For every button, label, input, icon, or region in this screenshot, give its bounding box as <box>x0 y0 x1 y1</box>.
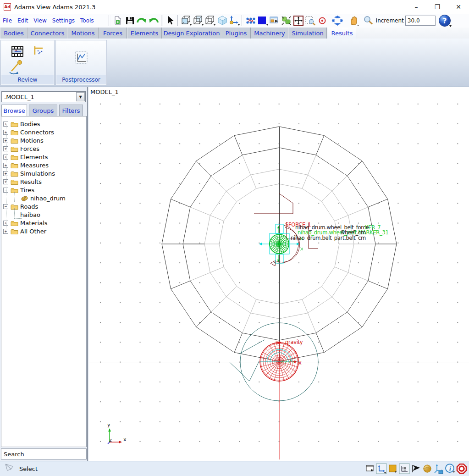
model-tree: +Bodies+Connectors+Motions+Forces+Elemen… <box>1 116 87 447</box>
tree-item-label: Motions <box>20 137 44 144</box>
collapse-icon[interactable]: − <box>3 204 8 209</box>
tree-item-connectors[interactable]: +Connectors <box>1 128 86 136</box>
menu-edit[interactable]: Edit <box>15 17 31 24</box>
view-window-icon[interactable] <box>269 15 281 27</box>
tab-groups[interactable]: Groups <box>29 105 57 116</box>
menu-view[interactable]: View <box>31 17 49 24</box>
expand-icon[interactable]: + <box>3 122 8 127</box>
new-model-icon[interactable] <box>112 15 124 27</box>
color-fill-icon[interactable] <box>257 15 269 27</box>
viewport[interactable]: MODEL_1 SFORCE_1 KER_7 nihao_drum.wheel_… <box>89 87 469 461</box>
tree-item-simulations[interactable]: +Simulations <box>1 169 86 177</box>
tab-motions[interactable]: Motions <box>67 28 99 39</box>
search-input[interactable] <box>1 449 86 459</box>
minimize-button[interactable]: – <box>406 0 427 13</box>
tree-item-label: nihao_drum <box>30 195 66 202</box>
expand-icon[interactable]: + <box>3 138 8 143</box>
svg-text:?: ? <box>442 17 447 25</box>
tab-browse[interactable]: Browse <box>1 105 27 116</box>
tree-item-elements[interactable]: +Elements <box>1 153 86 161</box>
status-view-triad-icon[interactable] <box>433 463 444 475</box>
increment-input[interactable] <box>405 16 436 26</box>
tree-item-tires[interactable]: −Tires <box>1 186 86 194</box>
tab-forces[interactable]: Forces <box>99 28 127 39</box>
fit-to-view-icon[interactable] <box>281 15 292 27</box>
expand-icon[interactable]: + <box>3 221 8 226</box>
status-globe-icon[interactable] <box>421 463 433 475</box>
status-info-icon[interactable]: i <box>444 463 456 475</box>
menu-settings[interactable]: Settings <box>50 17 77 24</box>
tire-icon <box>21 195 28 201</box>
tree-item-results[interactable]: +Results <box>1 177 86 186</box>
animation-icon[interactable] <box>11 44 24 60</box>
view-cube-wire-icon[interactable] <box>204 15 216 27</box>
zoom-icon[interactable] <box>362 15 374 27</box>
tab-connectors[interactable]: Connectors <box>28 28 67 39</box>
review-plot-icon[interactable] <box>33 44 45 59</box>
render-points-icon[interactable] <box>245 15 257 27</box>
zoom-box-icon[interactable] <box>304 15 316 27</box>
expand-icon[interactable]: + <box>3 163 8 168</box>
view-axes-icon[interactable] <box>228 15 240 27</box>
tab-simulation[interactable]: Simulation <box>288 28 327 39</box>
maximize-button[interactable]: ❐ <box>427 0 448 13</box>
expand-icon[interactable]: + <box>3 155 8 160</box>
center-view-icon[interactable] <box>292 15 304 27</box>
folder-icon <box>11 154 18 160</box>
tree-item-all-other[interactable]: +All Other <box>1 227 86 235</box>
tree-item-forces[interactable]: +Forces <box>1 144 86 153</box>
expand-icon[interactable]: + <box>3 146 8 151</box>
tree-item-materials[interactable]: +Materials <box>1 219 86 227</box>
triad-z-label: z <box>109 437 111 443</box>
review-pendulum-icon[interactable] <box>8 59 25 77</box>
status-color-swatch-icon[interactable] <box>387 463 398 475</box>
tree-item-nihao-drum[interactable]: nihao_drum <box>1 194 86 202</box>
menu-file[interactable]: File <box>0 17 15 24</box>
status-flag-icon[interactable] <box>410 463 421 475</box>
tree-item-roads[interactable]: −Roads <box>1 202 86 210</box>
undo-icon[interactable] <box>148 15 160 27</box>
toolbar-separator <box>177 15 179 26</box>
view-cube-front-icon[interactable] <box>181 15 193 27</box>
expand-icon[interactable]: + <box>3 179 8 184</box>
expand-icon[interactable]: + <box>3 171 8 176</box>
view-cube-iso-icon[interactable] <box>193 15 204 27</box>
model-selector[interactable]: .MODEL_1 ▼ <box>1 91 86 102</box>
tab-bodies[interactable]: Bodies <box>0 28 28 39</box>
save-icon[interactable] <box>124 15 136 27</box>
target-icon[interactable] <box>316 15 328 27</box>
status-triad-button[interactable] <box>375 463 387 475</box>
status-stop-icon[interactable] <box>456 463 467 475</box>
app-icon: Ad <box>4 3 11 11</box>
tab-machinery[interactable]: Machinery <box>251 28 288 39</box>
rotate-view-icon[interactable] <box>331 15 343 27</box>
expand-icon[interactable]: + <box>3 130 8 135</box>
toolbar-separator <box>242 15 243 26</box>
tab-plugins[interactable]: Plugins <box>221 28 251 39</box>
tree-item-motions[interactable]: +Motions <box>1 136 86 144</box>
folder-icon <box>11 162 18 168</box>
tree-item-measures[interactable]: +Measures <box>1 161 86 169</box>
chevron-down-icon[interactable]: ▼ <box>76 92 85 101</box>
postprocessor-icon[interactable] <box>75 51 88 66</box>
close-button[interactable]: ✕ <box>448 0 469 13</box>
status-window-icon[interactable] <box>364 463 375 475</box>
collapse-icon[interactable]: − <box>3 188 8 193</box>
view-cube-shaded-icon[interactable] <box>216 15 228 27</box>
tab-elements[interactable]: Elements <box>127 28 162 39</box>
tree-item-haibao[interactable]: haibao <box>1 210 86 219</box>
redo-icon[interactable] <box>136 15 148 27</box>
tab-results[interactable]: Results <box>327 28 357 39</box>
expand-icon[interactable]: + <box>3 229 8 234</box>
tab-filters[interactable]: Filters <box>59 105 83 116</box>
tab-design-exploration[interactable]: Design Exploration <box>162 28 221 39</box>
ribbon-group-review: Review <box>1 40 54 85</box>
folder-icon <box>11 187 18 193</box>
select-cursor-icon[interactable] <box>164 15 176 27</box>
help-button[interactable]: ? <box>438 14 451 27</box>
status-grid-button[interactable] <box>398 463 410 475</box>
folder-icon <box>11 170 18 177</box>
pan-hand-icon[interactable] <box>348 15 359 27</box>
menu-tools[interactable]: Tools <box>77 17 97 24</box>
tree-item-bodies[interactable]: +Bodies <box>1 120 86 128</box>
